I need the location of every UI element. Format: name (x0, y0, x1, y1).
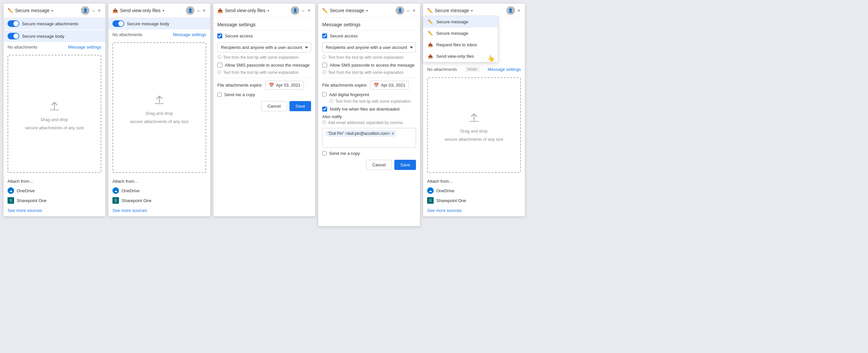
panel-1-header: ✏️ Secure message ▾ 👤 – × (4, 4, 105, 18)
sharepoint-label: Sharepoint One (17, 198, 46, 203)
access-dropdown-4[interactable]: Recipients and anyone with a user accoun… (322, 42, 416, 53)
drop-zone-2[interactable]: Drag and drop secure attachments of any … (113, 42, 206, 173)
sharepoint-item[interactable]: S Sharepoint One (7, 196, 101, 205)
inbox-icon-menu: 📥 (428, 42, 433, 47)
sms-checkbox-3[interactable] (217, 63, 222, 67)
copy-checkbox-3[interactable] (217, 92, 222, 97)
cancel-button-4[interactable]: Cancel (366, 160, 392, 170)
sharepoint-label-2: Sharepoint One (122, 198, 151, 203)
close-button-5[interactable]: × (517, 7, 521, 14)
drop-zone-1[interactable]: Drag and drop secure attachments of any … (7, 55, 101, 173)
send-icon: 📤 (113, 8, 118, 13)
sharepoint-item-5[interactable]: S Sharepoint One (427, 196, 521, 205)
settings-title-4: Message settings (322, 22, 416, 30)
dropdown-arrow-icon[interactable]: ▾ (52, 9, 53, 12)
dropdown-arrow-icon-5[interactable]: ▾ (471, 9, 473, 12)
close-button-3[interactable]: × (307, 7, 311, 14)
panel-4-title-section: ✏️ Secure message ▾ (322, 8, 368, 13)
toggle-attachments[interactable] (7, 20, 19, 27)
calendar-icon-4: 📅 (374, 83, 379, 88)
close-button-4[interactable]: × (412, 7, 416, 14)
secure-access-checkbox-4[interactable] (322, 33, 327, 38)
upload-icon (46, 97, 63, 114)
sharepoint-icon-2: S (113, 197, 119, 204)
save-button-4[interactable]: Save (394, 160, 416, 170)
fingerprint-checkbox[interactable] (322, 92, 327, 96)
secure-access-checkbox-3[interactable] (217, 33, 222, 38)
sms-row-3: Allow SMS passcode to access the message (217, 63, 311, 67)
notify-checkbox[interactable] (322, 107, 327, 112)
expire-date-3: Apr 03, 2021 (276, 83, 300, 88)
dropdown-item-secure-message-2[interactable]: ✏️ Secure message (423, 28, 498, 39)
toggle-body-p2[interactable] (113, 20, 124, 27)
fingerprint-tooltip-text: Text from the tool tip with some explana… (335, 99, 411, 104)
sms-checkbox-4[interactable] (322, 63, 327, 67)
panel-3-header: 📤 Send view-only files ▾ 👤 – × (213, 4, 315, 18)
date-button-4[interactable]: 📅 Apr 03, 2021 (370, 81, 409, 90)
toggle-row-1: Secure message attachments (4, 18, 105, 30)
email-tag: "Duli Pin" <duli.pin@accellion.com> × (325, 130, 397, 137)
attach-from-label-5: Attach from... (427, 179, 521, 184)
fingerprint-row: Add digital fingerprint (322, 92, 416, 97)
avatar-3: 👤 (291, 6, 299, 15)
dropdown-item-secure-message-1[interactable]: ✏️ Secure message (423, 16, 498, 28)
fingerprint-tooltip-row: ⓘ Text from the tool tip with some expla… (322, 98, 416, 104)
dropdown-item-send-view-only[interactable]: 📤 Send view-only files 👆 (423, 51, 498, 62)
minimize-button-4[interactable]: – (406, 7, 410, 14)
dropdown-item-label-4: Send view-only files (436, 54, 474, 59)
close-button-2[interactable]: × (202, 7, 206, 14)
onedrive-icon: ☁ (7, 187, 14, 194)
send-icon-3: 📤 (217, 8, 223, 13)
onedrive-item[interactable]: ☁ OneDrive (7, 186, 101, 196)
onedrive-label: OneDrive (17, 188, 35, 193)
email-tag-input[interactable]: "Duli Pin" <duli.pin@accellion.com> × (322, 128, 416, 148)
cursor-hand-icon: 👆 (488, 55, 495, 62)
avatar-5: 👤 (506, 6, 515, 15)
see-more-link-5[interactable]: See more sources (423, 207, 525, 216)
panel-2-title-section: 📤 Send view-only files ▾ (113, 8, 164, 13)
secure-access-label-4: Secure access (330, 33, 358, 38)
minimize-button-3[interactable]: – (301, 7, 305, 14)
panel-5-section-header: No attachments hover Message settings (423, 64, 525, 75)
email-tag-close[interactable]: × (392, 131, 394, 136)
see-more-link-2[interactable]: See more sources (108, 207, 210, 216)
see-more-link[interactable]: See more sources (4, 207, 105, 216)
also-notify-label: Also notify (322, 114, 416, 119)
message-settings-link[interactable]: Message settings (68, 45, 101, 50)
no-attachments-label: No attachments (7, 45, 37, 50)
panel-5-mode-label: Secure message (435, 8, 469, 13)
dropdown-item-request-files[interactable]: 📥 Request files to inbox (423, 39, 498, 51)
toggle-body[interactable] (7, 33, 19, 39)
date-button-3[interactable]: 📅 Apr 03, 2021 (265, 81, 304, 90)
panel-2-header: 📤 Send view-only files ▾ 👤 – × (108, 4, 210, 18)
message-settings-link-2[interactable]: Message settings (173, 32, 206, 37)
settings-panel-3: Message settings Secure access Recipient… (213, 18, 315, 116)
expire-label-3: File attachments expire: (217, 83, 262, 88)
dropdown-arrow-icon-2[interactable]: ▾ (163, 9, 164, 12)
minimize-button[interactable]: – (91, 7, 95, 14)
panel-4-mode-label: Secure message (330, 8, 364, 13)
onedrive-item-5[interactable]: ☁ OneDrive (427, 186, 521, 196)
sharepoint-item-2[interactable]: S Sharepoint One (113, 196, 206, 205)
dropdown-arrow-icon-4[interactable]: ▾ (366, 9, 368, 12)
button-row-3: Cancel Save (217, 97, 311, 113)
also-notify-hint: Add email addresses separated by comma (328, 120, 403, 125)
panel-1-header-right: 👤 – × (81, 6, 101, 15)
attach-section-1: Attach from... ☁ OneDrive S Sharepoint O… (4, 176, 105, 207)
close-button[interactable]: × (97, 7, 101, 14)
minimize-button-2[interactable]: – (196, 7, 200, 14)
save-button-3[interactable]: Save (289, 101, 311, 111)
no-attachments-label-5: No attachments (427, 67, 457, 72)
copy-row-4: Send me a copy (322, 151, 416, 156)
panel-3: 📤 Send view-only files ▾ 👤 – × Message s… (213, 3, 315, 216)
dropdown-arrow-icon-3[interactable]: ▾ (268, 9, 269, 12)
expire-row-3: File attachments expire: 📅 Apr 03, 2021 (217, 81, 311, 90)
message-settings-link-5[interactable]: Message settings (488, 67, 521, 72)
cancel-button-3[interactable]: Cancel (261, 101, 287, 111)
access-dropdown-3[interactable]: Recipients and anyone with a user accoun… (217, 42, 311, 53)
settings-panel-4: Message settings Secure access Recipient… (318, 18, 420, 175)
onedrive-item-2[interactable]: ☁ OneDrive (113, 186, 206, 196)
copy-checkbox-4[interactable] (322, 151, 327, 155)
tooltip-row-3a: ⓘ Text from the tool tip with some expla… (217, 55, 311, 60)
drop-zone-5[interactable]: Drag and drop secure attachments of any … (427, 78, 521, 173)
